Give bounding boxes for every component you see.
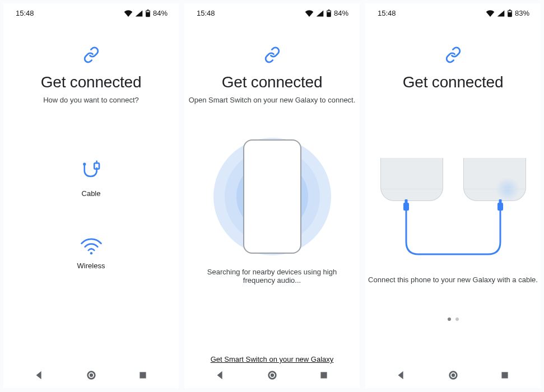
svg-rect-12 bbox=[327, 11, 330, 12]
status-bar: 15:48 83% bbox=[365, 3, 541, 17]
svg-point-6 bbox=[90, 252, 92, 254]
wifi-status-icon bbox=[486, 10, 495, 17]
nav-back[interactable] bbox=[385, 367, 417, 383]
svg-rect-20 bbox=[404, 199, 407, 204]
signal-status-icon bbox=[135, 10, 143, 17]
status-bar: 15:48 84% bbox=[184, 3, 360, 17]
signal-status-icon bbox=[497, 10, 505, 17]
wifi-icon bbox=[80, 237, 103, 258]
page-subtitle: How do you want to connect? bbox=[3, 96, 179, 104]
svg-rect-25 bbox=[501, 372, 508, 378]
option-wireless-label: Wireless bbox=[77, 262, 105, 270]
status-right: 84% bbox=[305, 9, 348, 17]
cable-icon bbox=[80, 160, 103, 186]
svg-rect-15 bbox=[320, 372, 327, 378]
nav-recent[interactable] bbox=[308, 367, 340, 383]
status-right: 84% bbox=[124, 9, 168, 17]
header: Get connected Open Smart Switch on your … bbox=[184, 46, 360, 104]
signal-status-icon bbox=[316, 10, 324, 17]
nav-bar bbox=[3, 362, 179, 388]
nav-back[interactable] bbox=[204, 367, 236, 383]
status-time: 15:48 bbox=[378, 9, 396, 17]
page-subtitle: Open Smart Switch on your new Galaxy to … bbox=[184, 96, 360, 104]
link-icon bbox=[83, 46, 100, 66]
svg-rect-11 bbox=[328, 10, 329, 11]
status-time: 15:48 bbox=[197, 9, 215, 17]
nav-home[interactable] bbox=[438, 367, 469, 383]
option-wireless[interactable]: Wireless bbox=[77, 237, 105, 270]
svg-rect-17 bbox=[509, 10, 510, 11]
nav-bar bbox=[184, 362, 360, 388]
connect-instruction-text: Connect this phone to your new Galaxy wi… bbox=[368, 276, 538, 284]
link-icon bbox=[264, 46, 281, 66]
status-bar: 15:48 84% bbox=[3, 3, 179, 17]
battery-status-icon bbox=[507, 10, 513, 17]
svg-rect-9 bbox=[140, 372, 146, 378]
page-dot-2 bbox=[455, 318, 459, 321]
header: Get connected bbox=[365, 46, 541, 91]
svg-point-14 bbox=[270, 374, 273, 377]
nav-home[interactable] bbox=[76, 367, 107, 383]
battery-percent: 84% bbox=[153, 9, 168, 17]
page-title: Get connected bbox=[184, 73, 360, 91]
battery-percent: 83% bbox=[515, 9, 529, 17]
page-indicator bbox=[365, 318, 541, 321]
screen-3: 15:48 83% Get connected bbox=[365, 3, 541, 388]
page-title: Get connected bbox=[3, 73, 179, 91]
battery-percent: 84% bbox=[334, 9, 348, 17]
battery-status-icon bbox=[145, 10, 151, 17]
searching-area: Searching for nearby devices using high … bbox=[184, 132, 360, 351]
svg-rect-18 bbox=[508, 11, 511, 12]
svg-rect-22 bbox=[499, 199, 501, 204]
svg-point-5 bbox=[83, 162, 86, 165]
option-cable[interactable]: Cable bbox=[80, 160, 103, 198]
header: Get connected How do you want to connect… bbox=[3, 46, 179, 104]
svg-point-24 bbox=[451, 374, 454, 377]
svg-rect-21 bbox=[497, 203, 503, 211]
svg-rect-19 bbox=[403, 203, 409, 211]
status-time: 15:48 bbox=[16, 9, 34, 17]
battery-status-icon bbox=[326, 10, 332, 17]
option-cable-label: Cable bbox=[82, 189, 101, 198]
nav-recent[interactable] bbox=[127, 367, 159, 383]
screen-1: 15:48 84% Get connected How do you want … bbox=[3, 3, 179, 388]
nav-recent[interactable] bbox=[489, 367, 520, 383]
search-halo bbox=[213, 138, 331, 255]
nav-home[interactable] bbox=[257, 367, 288, 383]
page-title: Get connected bbox=[365, 73, 541, 91]
nav-back[interactable] bbox=[24, 367, 55, 383]
searching-status-text: Searching for nearby devices using high … bbox=[199, 268, 345, 284]
nav-bar bbox=[365, 362, 541, 388]
phone-outline-icon bbox=[243, 139, 301, 254]
svg-rect-1 bbox=[147, 10, 148, 11]
page-dot-1 bbox=[448, 318, 451, 321]
svg-point-8 bbox=[89, 374, 92, 377]
wifi-status-icon bbox=[305, 10, 314, 17]
cable-path-icon bbox=[380, 158, 526, 264]
screen-2: 15:48 84% Get connected Open Smart Switc… bbox=[184, 3, 360, 388]
svg-rect-2 bbox=[146, 11, 149, 12]
status-right: 83% bbox=[486, 9, 529, 17]
link-icon bbox=[445, 46, 462, 66]
wifi-status-icon bbox=[124, 10, 133, 17]
cable-illustration bbox=[380, 158, 526, 264]
